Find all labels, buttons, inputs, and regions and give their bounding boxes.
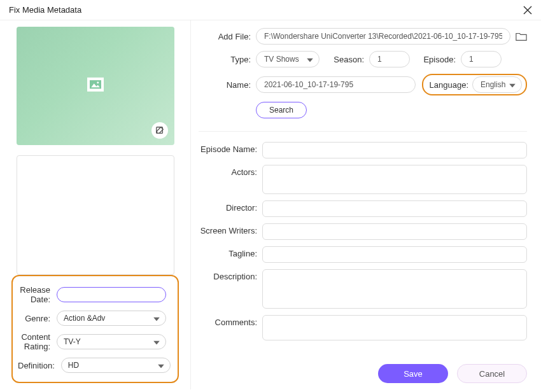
media-thumbnail xyxy=(17,27,174,145)
language-label: Language: xyxy=(430,80,472,90)
window-title: Fix Media Metadata xyxy=(9,5,81,15)
cancel-button[interactable]: Cancel xyxy=(457,364,527,383)
add-file-input[interactable] xyxy=(256,28,510,45)
titlebar: Fix Media Metadata xyxy=(0,0,541,20)
genre-select[interactable] xyxy=(57,311,166,326)
svg-rect-2 xyxy=(90,80,101,89)
comments-input[interactable] xyxy=(262,315,527,340)
tagline-input[interactable] xyxy=(262,246,527,263)
description-label: Description: xyxy=(199,269,262,309)
episode-name-input[interactable] xyxy=(262,142,527,158)
content-rating-select[interactable] xyxy=(57,334,166,349)
svg-point-4 xyxy=(97,81,99,83)
director-label: Director: xyxy=(199,200,262,217)
search-button[interactable]: Search xyxy=(256,102,307,118)
genre-label: Genre: xyxy=(18,314,57,323)
screen-writers-input[interactable] xyxy=(262,223,527,240)
top-form: Add File: Type: Season: Episode: Name: xyxy=(199,28,527,125)
description-input[interactable] xyxy=(262,269,527,309)
image-placeholder-icon xyxy=(87,78,104,92)
right-column: Add File: Type: Season: Episode: Name: xyxy=(191,20,541,389)
edit-thumbnail-button[interactable] xyxy=(151,122,168,139)
name-label: Name: xyxy=(199,80,256,90)
season-input[interactable] xyxy=(369,51,410,67)
metadata-result-box xyxy=(17,155,174,275)
language-highlight: Language: xyxy=(422,74,527,95)
director-input[interactable] xyxy=(262,200,527,217)
language-select[interactable] xyxy=(472,76,522,93)
comments-label: Comments: xyxy=(199,315,262,340)
divider xyxy=(199,131,527,132)
episode-input[interactable] xyxy=(461,51,502,67)
folder-icon[interactable] xyxy=(516,31,527,41)
left-fields-highlight: Release Date: Genre: Content Rating: Def… xyxy=(11,275,179,383)
left-column: Release Date: Genre: Content Rating: Def… xyxy=(0,20,191,389)
actors-input[interactable] xyxy=(262,165,527,194)
type-label: Type: xyxy=(199,55,256,64)
metadata-form: Episode Name: Actors: Director: Screen W… xyxy=(199,142,527,347)
save-button[interactable]: Save xyxy=(378,364,448,383)
footer-buttons: Save Cancel xyxy=(199,358,527,383)
release-date-label: Release Date: xyxy=(18,285,57,304)
content: Release Date: Genre: Content Rating: Def… xyxy=(0,20,541,389)
episode-label: Episode: xyxy=(410,55,461,64)
tagline-label: Tagline: xyxy=(199,246,262,263)
screen-writers-label: Screen Writers: xyxy=(199,223,262,240)
definition-select[interactable] xyxy=(61,358,171,373)
actors-label: Actors: xyxy=(199,165,262,194)
name-input[interactable] xyxy=(256,76,416,93)
episode-name-label: Episode Name: xyxy=(199,142,262,158)
definition-label: Definition: xyxy=(18,361,61,370)
type-select[interactable] xyxy=(256,51,320,67)
season-label: Season: xyxy=(320,55,369,64)
add-file-label: Add File: xyxy=(199,32,256,41)
close-icon[interactable] xyxy=(523,6,532,15)
content-rating-label: Content Rating: xyxy=(18,332,57,351)
release-date-input[interactable] xyxy=(57,287,166,302)
